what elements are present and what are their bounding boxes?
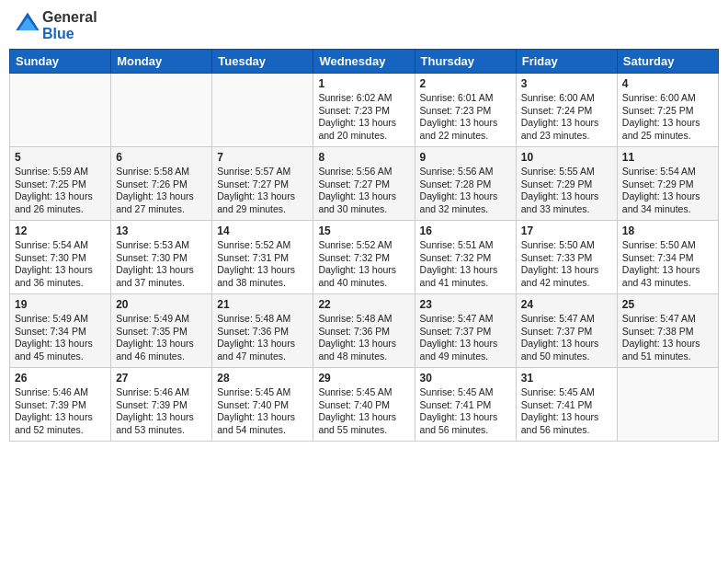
day-detail: Daylight: 13 hours xyxy=(318,190,409,203)
calendar-day-28: 28Sunrise: 5:45 AMSunset: 7:40 PMDayligh… xyxy=(212,368,313,442)
calendar-day-30: 30Sunrise: 5:45 AMSunset: 7:41 PMDayligh… xyxy=(415,368,516,442)
calendar-day-16: 16Sunrise: 5:51 AMSunset: 7:32 PMDayligh… xyxy=(415,221,516,294)
day-detail: Daylight: 13 hours xyxy=(15,338,106,350)
day-detail: Sunset: 7:30 PM xyxy=(15,252,106,265)
calendar-day-empty xyxy=(10,74,111,147)
day-number: 1 xyxy=(318,77,409,90)
day-detail: and 53 minutes. xyxy=(116,424,207,437)
day-detail: Sunrise: 5:46 AM xyxy=(116,386,207,399)
day-detail: and 56 minutes. xyxy=(521,424,612,437)
calendar-day-13: 13Sunrise: 5:53 AMSunset: 7:30 PMDayligh… xyxy=(111,221,212,294)
day-detail: Sunrise: 5:47 AM xyxy=(622,313,713,326)
day-number: 19 xyxy=(15,298,106,311)
day-number: 26 xyxy=(15,372,106,385)
day-detail: Daylight: 13 hours xyxy=(420,190,511,203)
day-detail: and 52 minutes. xyxy=(15,424,106,437)
day-detail: Daylight: 13 hours xyxy=(420,338,511,350)
day-detail: Sunset: 7:28 PM xyxy=(420,178,511,191)
logo: General Blue xyxy=(13,9,97,41)
day-detail: and 55 minutes. xyxy=(318,424,409,437)
page-header: General Blue xyxy=(9,9,719,41)
logo-text-general: General xyxy=(42,9,97,26)
day-detail: Sunrise: 5:59 AM xyxy=(15,166,106,178)
day-detail: Daylight: 13 hours xyxy=(521,338,612,350)
day-detail: Daylight: 13 hours xyxy=(420,411,511,424)
day-detail: Sunset: 7:32 PM xyxy=(318,252,409,265)
calendar-day-7: 7Sunrise: 5:57 AMSunset: 7:27 PMDaylight… xyxy=(212,147,313,221)
day-detail: Sunrise: 5:56 AM xyxy=(420,166,511,178)
weekday-header-saturday: Saturday xyxy=(617,50,718,74)
day-detail: Sunset: 7:36 PM xyxy=(318,326,409,339)
day-detail: Sunrise: 5:45 AM xyxy=(318,386,409,399)
calendar-day-31: 31Sunrise: 5:45 AMSunset: 7:41 PMDayligh… xyxy=(516,368,617,442)
day-detail: and 23 minutes. xyxy=(521,130,612,143)
calendar-body: 1Sunrise: 6:02 AMSunset: 7:23 PMDaylight… xyxy=(10,74,719,442)
calendar-week-row: 5Sunrise: 5:59 AMSunset: 7:25 PMDaylight… xyxy=(10,147,719,221)
day-detail: Sunset: 7:40 PM xyxy=(318,399,409,412)
day-detail: and 29 minutes. xyxy=(217,203,308,216)
day-detail: Daylight: 13 hours xyxy=(420,117,511,130)
day-detail: Daylight: 13 hours xyxy=(622,338,713,350)
day-number: 25 xyxy=(622,298,713,311)
calendar-day-20: 20Sunrise: 5:49 AMSunset: 7:35 PMDayligh… xyxy=(111,294,212,368)
day-detail: and 49 minutes. xyxy=(420,350,511,363)
weekday-header-friday: Friday xyxy=(516,50,617,74)
day-number: 22 xyxy=(318,298,409,311)
day-detail: Sunrise: 5:47 AM xyxy=(521,313,612,326)
weekday-header-row: SundayMondayTuesdayWednesdayThursdayFrid… xyxy=(10,50,719,74)
day-detail: Daylight: 13 hours xyxy=(116,338,207,350)
day-detail: Sunset: 7:35 PM xyxy=(116,326,207,339)
day-number: 5 xyxy=(15,151,106,164)
day-detail: Sunset: 7:29 PM xyxy=(622,178,713,191)
day-detail: Sunset: 7:31 PM xyxy=(217,252,308,265)
calendar-day-empty xyxy=(111,74,212,147)
day-detail: Sunrise: 5:53 AM xyxy=(116,239,207,252)
day-number: 2 xyxy=(420,77,511,90)
calendar-day-19: 19Sunrise: 5:49 AMSunset: 7:34 PMDayligh… xyxy=(10,294,111,368)
day-number: 29 xyxy=(318,372,409,385)
day-number: 9 xyxy=(420,151,511,164)
day-number: 23 xyxy=(420,298,511,311)
day-detail: Sunrise: 5:55 AM xyxy=(521,166,612,178)
calendar-day-22: 22Sunrise: 5:48 AMSunset: 7:36 PMDayligh… xyxy=(313,294,415,368)
day-number: 24 xyxy=(521,298,612,311)
day-detail: Sunrise: 5:52 AM xyxy=(318,239,409,252)
day-detail: Sunrise: 6:00 AM xyxy=(622,92,713,105)
day-detail: and 46 minutes. xyxy=(116,350,207,363)
calendar-day-17: 17Sunrise: 5:50 AMSunset: 7:33 PMDayligh… xyxy=(516,221,617,294)
day-detail: and 37 minutes. xyxy=(116,277,207,290)
day-detail: Sunset: 7:27 PM xyxy=(217,178,308,191)
day-detail: Daylight: 13 hours xyxy=(622,264,713,277)
day-number: 10 xyxy=(521,151,612,164)
day-number: 31 xyxy=(521,372,612,385)
day-detail: Sunset: 7:38 PM xyxy=(622,326,713,339)
day-detail: Sunset: 7:34 PM xyxy=(15,326,106,339)
day-number: 13 xyxy=(116,224,207,237)
day-detail: and 54 minutes. xyxy=(217,424,308,437)
day-detail: Sunrise: 6:02 AM xyxy=(318,92,409,105)
day-detail: Sunrise: 5:49 AM xyxy=(116,313,207,326)
calendar-day-14: 14Sunrise: 5:52 AMSunset: 7:31 PMDayligh… xyxy=(212,221,313,294)
day-detail: Daylight: 13 hours xyxy=(217,264,308,277)
day-detail: Daylight: 13 hours xyxy=(318,338,409,350)
day-detail: Sunrise: 6:00 AM xyxy=(521,92,612,105)
calendar-day-9: 9Sunrise: 5:56 AMSunset: 7:28 PMDaylight… xyxy=(415,147,516,221)
day-detail: Sunrise: 6:01 AM xyxy=(420,92,511,105)
logo-icon xyxy=(15,11,40,37)
day-detail: Daylight: 13 hours xyxy=(217,338,308,350)
day-detail: Sunset: 7:41 PM xyxy=(521,399,612,412)
day-detail: and 38 minutes. xyxy=(217,277,308,290)
calendar-day-21: 21Sunrise: 5:48 AMSunset: 7:36 PMDayligh… xyxy=(212,294,313,368)
day-number: 30 xyxy=(420,372,511,385)
weekday-header-tuesday: Tuesday xyxy=(212,50,313,74)
day-detail: Sunset: 7:33 PM xyxy=(521,252,612,265)
day-detail: Sunset: 7:26 PM xyxy=(116,178,207,191)
calendar-day-empty xyxy=(212,74,313,147)
weekday-header-thursday: Thursday xyxy=(415,50,516,74)
day-detail: Daylight: 13 hours xyxy=(116,264,207,277)
day-detail: Daylight: 13 hours xyxy=(521,117,612,130)
day-detail: Sunrise: 5:51 AM xyxy=(420,239,511,252)
day-detail: Sunrise: 5:47 AM xyxy=(420,313,511,326)
day-detail: and 30 minutes. xyxy=(318,203,409,216)
day-detail: Sunset: 7:27 PM xyxy=(318,178,409,191)
